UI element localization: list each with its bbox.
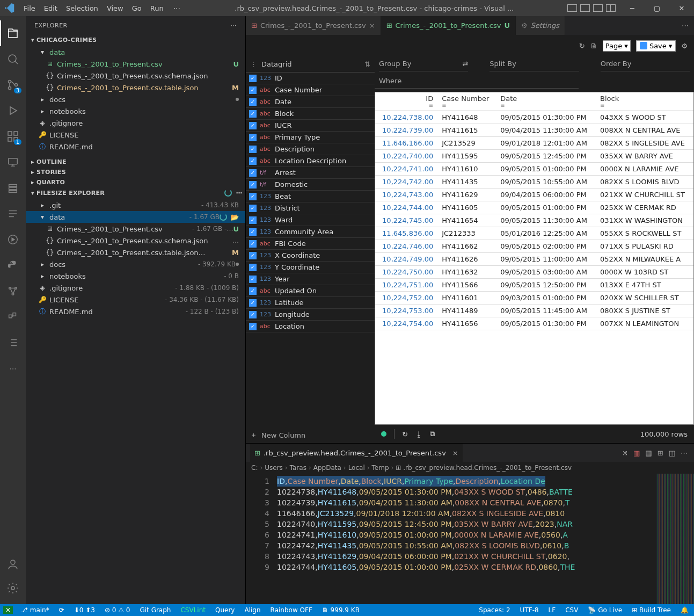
refresh-icon[interactable]: ↻: [402, 430, 408, 438]
editor-tab[interactable]: ⚙Settings: [516, 16, 565, 35]
remote-icon[interactable]: [0, 149, 26, 175]
table-row[interactable]: 10,224,738.00HY41164809/05/2015 01:30:00…: [375, 111, 693, 124]
table-row[interactable]: 11,645,836.00JC21233305/01/2016 12:25:00…: [375, 227, 693, 240]
breadcrumb[interactable]: C:›Users›Taras›AppData›Local›Temp›⊞ .rb_…: [246, 462, 694, 474]
section-stories[interactable]: ▸STORIES: [26, 167, 245, 177]
split-icon[interactable]: ◫: [669, 449, 675, 457]
tree-item[interactable]: ▸notebooks- 0 B: [26, 270, 245, 282]
tree-item[interactable]: ▾data- 1.67 GB📂: [26, 211, 245, 223]
field-row[interactable]: ✓abcFBI Code: [246, 238, 375, 250]
status-item[interactable]: Align: [242, 606, 262, 614]
breadcrumb-item[interactable]: Taras: [290, 464, 306, 472]
status-item[interactable]: ⊞ Build Tree: [630, 606, 673, 614]
editor-tab[interactable]: ⊞Crimes_-_2001_to_Present.csvU: [381, 16, 516, 35]
breadcrumb-item[interactable]: AppData: [313, 464, 341, 472]
tree-item[interactable]: {}Crimes_-_2001_to_Present.csv.table.jso…: [26, 247, 245, 258]
breadcrumb-item[interactable]: ⊞ .rb_csv_preview.head.Crimes_-_2001_to_…: [396, 464, 572, 472]
checkbox[interactable]: ✓: [249, 86, 257, 94]
layout-controls[interactable]: [563, 4, 620, 12]
search-icon[interactable]: [0, 46, 26, 72]
status-item[interactable]: 🔔: [678, 606, 691, 614]
checkbox[interactable]: ✓: [249, 75, 257, 82]
field-row[interactable]: ✓123Year: [246, 273, 375, 285]
data-grid[interactable]: ID≡Case Number≡Date≡Block≡10,224,738.00H…: [375, 92, 694, 425]
editor-tab[interactable]: ⊞Crimes_-_2001_to_Present.csv×: [246, 16, 381, 35]
close-icon[interactable]: ×: [369, 21, 375, 30]
checkbox[interactable]: ✓: [249, 146, 257, 153]
more-icon[interactable]: ⋯: [682, 21, 689, 30]
field-row[interactable]: ✓123District: [246, 202, 375, 214]
breadcrumb-item[interactable]: Temp: [372, 464, 389, 472]
refresh-icon[interactable]: ↻: [579, 42, 585, 50]
field-row[interactable]: ✓abcUpdated On: [246, 285, 375, 297]
menu-selection[interactable]: Selection: [62, 2, 103, 15]
table-icon[interactable]: ⊞: [658, 449, 663, 457]
tree-item[interactable]: ◈.gitignore: [26, 117, 245, 129]
tree-item[interactable]: {}Crimes_-_2001_to_Present.csv.table.jso…: [26, 82, 245, 93]
run-debug-icon[interactable]: [0, 98, 26, 124]
tree-item[interactable]: ▾data: [26, 46, 245, 58]
remote-status[interactable]: ✕: [3, 606, 13, 614]
field-row[interactable]: ✓t/fDomestic: [246, 179, 375, 191]
account-icon[interactable]: [0, 552, 26, 577]
status-item[interactable]: UTF-8: [518, 606, 541, 614]
column-header[interactable]: Date≡: [496, 92, 596, 111]
menu-go[interactable]: Go: [128, 2, 146, 15]
checkbox[interactable]: ✓: [249, 134, 257, 141]
field-row[interactable]: ✓123ID: [246, 73, 375, 84]
table-row[interactable]: 10,224,753.00HY41148909/05/2015 11:45:00…: [375, 305, 693, 317]
checkbox[interactable]: ✓: [249, 323, 257, 330]
download-icon[interactable]: ⭳: [415, 430, 422, 438]
status-item[interactable]: LF: [546, 606, 558, 614]
tree-item[interactable]: {}Crimes_-_2001_to_Present.csv.schema.js…: [26, 235, 245, 247]
filesize-section[interactable]: ▾FILESIZE EXPLORER ⋯: [26, 187, 245, 198]
field-row[interactable]: ✓abcLocation: [246, 321, 375, 332]
checkbox[interactable]: ✓: [249, 181, 257, 189]
live-icon[interactable]: [0, 227, 26, 252]
maximize-button[interactable]: ▢: [645, 0, 669, 16]
column-header[interactable]: Block≡: [596, 92, 693, 111]
table-row[interactable]: 10,224,751.00HY41156609/05/2015 12:50:00…: [375, 279, 693, 292]
tree-item[interactable]: ◈.gitignore- 1.88 KB - (1009 B): [26, 282, 245, 294]
table-row[interactable]: 10,224,740.00HY41159509/05/2015 12:45:00…: [375, 150, 693, 163]
more-icon[interactable]: ⋯: [0, 356, 26, 381]
table-row[interactable]: 11,646,166.00JC21352909/01/2018 12:01:00…: [375, 137, 693, 150]
tree-item[interactable]: 🔑LICENSE: [26, 129, 245, 141]
field-row[interactable]: ✓abcDate: [246, 96, 375, 108]
tree-item[interactable]: {}Crimes_-_2001_to_Present.csv.schema.js…: [26, 70, 245, 82]
field-row[interactable]: ✓abcCase Number: [246, 84, 375, 96]
checkbox[interactable]: ✓: [249, 157, 257, 165]
graph-icon[interactable]: [0, 278, 26, 304]
close-button[interactable]: ✕: [669, 0, 694, 16]
table-row[interactable]: 10,224,741.00HY41161009/05/2015 01:00:00…: [375, 163, 693, 176]
copy-icon[interactable]: ⧉: [430, 430, 435, 438]
csvlint-status[interactable]: CSVLint: [178, 606, 208, 614]
more-icon[interactable]: ⋯: [231, 22, 237, 29]
column-header[interactable]: ID≡: [375, 92, 437, 111]
table-row[interactable]: 10,224,746.00HY41166209/05/2015 02:00:00…: [375, 240, 693, 253]
bottom-tab[interactable]: ⊞.rb_csv_preview.head.Crimes_-_2001_to_P…: [250, 444, 463, 462]
db-icon[interactable]: [0, 175, 26, 201]
menu-overflow-icon[interactable]: ⋯: [168, 2, 186, 15]
field-row[interactable]: ✓123X Coordinate: [246, 250, 375, 262]
status-item[interactable]: ⬇0 ⬆3: [72, 606, 97, 614]
checkbox[interactable]: ✓: [249, 110, 257, 118]
tree-item[interactable]: ▸notebooks: [26, 105, 245, 117]
breadcrumb-item[interactable]: C:: [251, 464, 258, 472]
menu-edit[interactable]: Edit: [40, 2, 62, 15]
field-row[interactable]: ✓123Latitude: [246, 297, 375, 309]
source-control-icon[interactable]: 3: [0, 72, 26, 98]
field-row[interactable]: ✓t/fArrest: [246, 167, 375, 179]
explorer-icon[interactable]: [0, 20, 26, 46]
status-item[interactable]: CSV: [563, 606, 580, 614]
field-row[interactable]: ✓123Community Area: [246, 226, 375, 238]
field-row[interactable]: ✓123Y Coordinate: [246, 262, 375, 273]
menu-view[interactable]: View: [103, 2, 128, 15]
checkbox[interactable]: ✓: [249, 240, 257, 248]
table-row[interactable]: 10,224,745.00HY41165409/05/2015 11:30:00…: [375, 214, 693, 227]
extensions-icon[interactable]: 1: [0, 124, 26, 149]
tree-item[interactable]: ⓘREADME.md: [26, 141, 245, 153]
status-item[interactable]: Query: [213, 606, 237, 614]
field-row[interactable]: ✓abcPrimary Type: [246, 132, 375, 143]
order-by-input[interactable]: Order By: [601, 60, 690, 71]
